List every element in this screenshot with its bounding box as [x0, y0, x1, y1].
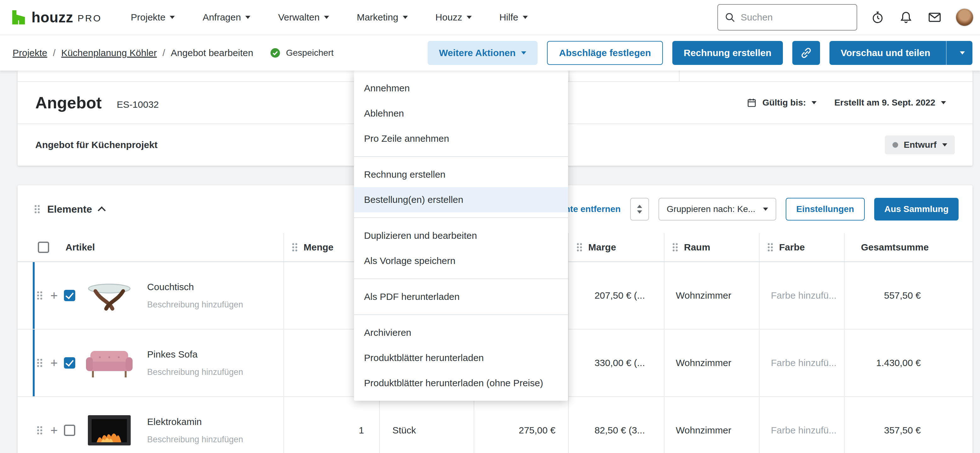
group-by-select[interactable]: Gruppieren nach: Ke...	[659, 198, 776, 220]
einheit-cell[interactable]: Stück	[379, 397, 474, 453]
column-header-marge[interactable]: Marge	[568, 233, 664, 262]
raum-cell[interactable]: Wohnzimmer	[664, 330, 759, 396]
nav-hilfe[interactable]: Hilfe	[500, 12, 528, 23]
search-icon	[724, 12, 736, 23]
preview-share-dropdown[interactable]	[952, 51, 972, 54]
menu-divider	[354, 279, 568, 279]
column-header-raum[interactable]: Raum	[664, 233, 759, 262]
saved-status: Gespeichert	[270, 47, 334, 59]
nav-hilfe-label: Hilfe	[500, 12, 518, 23]
row-checkbox[interactable]	[64, 357, 75, 368]
item-name[interactable]: Couchtisch	[147, 282, 243, 292]
raum-cell[interactable]: Wohnzimmer	[664, 397, 759, 453]
more-actions-button[interactable]: Weitere Aktionen	[428, 41, 538, 65]
top-navigation: houzz PRO Projekte Anfragen Verwalten Ma…	[0, 0, 980, 35]
item-name[interactable]: Elektrokamin	[147, 416, 243, 427]
column-header-gesamtsumme[interactable]: Gesamtsumme	[844, 233, 972, 262]
search-input[interactable]	[741, 12, 850, 23]
reorder-stepper[interactable]	[630, 198, 649, 220]
add-description-link[interactable]: Beschreibung hinzufügen	[147, 367, 243, 377]
product-image-couchtisch[interactable]	[84, 279, 134, 313]
create-invoice-button[interactable]: Rechnung erstellen	[672, 41, 783, 65]
raum-cell[interactable]: Wohnzimmer	[664, 262, 759, 329]
add-description-link[interactable]: Beschreibung hinzufügen	[147, 300, 243, 309]
create-invoice-label: Rechnung erstellen	[684, 48, 771, 58]
elements-title: Elemente	[47, 204, 92, 215]
elements-section-toggle[interactable]: Elemente	[34, 204, 105, 215]
created-date-label: Erstellt am 9. Sept. 2022	[834, 98, 935, 108]
menu-item-annehmen[interactable]: Annehmen	[354, 76, 568, 101]
menu-item-pro-zeile-annehmen[interactable]: Pro Zeile annehmen	[354, 126, 568, 151]
menu-item-bestellungen-erstellen[interactable]: Bestellung(en) erstellen	[354, 187, 568, 212]
breadcrumb-projekte[interactable]: Projekte	[13, 48, 47, 58]
menu-divider	[354, 156, 568, 157]
nav-projekte-label: Projekte	[131, 12, 165, 23]
add-row-button[interactable]: +	[50, 357, 57, 369]
menu-item-als-vorlage-speichern[interactable]: Als Vorlage speichern	[354, 248, 568, 273]
farbe-cell[interactable]: Farbe hinzufü...	[759, 262, 844, 329]
nav-projekte[interactable]: Projekte	[131, 12, 175, 23]
user-avatar[interactable]	[955, 8, 974, 27]
drag-handle-icon[interactable]	[37, 291, 43, 300]
menu-item-archivieren[interactable]: Archivieren	[354, 320, 568, 345]
menu-item-ablehnen[interactable]: Ablehnen	[354, 101, 568, 126]
column-divider	[569, 70, 570, 81]
copy-link-button[interactable]	[792, 41, 820, 65]
column-header-farbe[interactable]: Farbe	[759, 233, 844, 262]
chevron-down-icon	[960, 51, 965, 54]
add-row-button[interactable]: +	[50, 289, 57, 302]
preview-share-button[interactable]: Vorschau und teilen	[829, 41, 973, 65]
notifications-button[interactable]	[898, 10, 914, 25]
artikel-cell: + Pinkes Sofa Beschr	[18, 330, 283, 396]
nav-marketing[interactable]: Marketing	[357, 12, 408, 23]
button-divider	[946, 41, 947, 65]
drag-handle-icon	[672, 243, 678, 252]
row-checkbox[interactable]	[64, 290, 75, 301]
main-menu: Projekte Anfragen Verwalten Marketing Ho…	[131, 12, 528, 23]
breadcrumb-projekt-name[interactable]: Küchenplanung Köhler	[61, 48, 157, 58]
row-checkbox[interactable]	[64, 425, 75, 436]
marge-cell: 207,50 € (...	[568, 262, 664, 329]
column-header-artikel[interactable]: Artikel	[18, 233, 283, 262]
chevron-down-icon	[942, 144, 947, 147]
product-image-pinkes-sofa[interactable]	[84, 346, 134, 380]
menu-item-produktblaetter-ohne-preise[interactable]: Produktblätter herunterladen (ohne Preis…	[354, 370, 568, 396]
farbe-cell[interactable]: Farbe hinzufü...	[759, 330, 844, 396]
add-description-link[interactable]: Beschreibung hinzufügen	[147, 435, 243, 445]
settings-button[interactable]: Einstellungen	[786, 198, 865, 220]
houzz-pro-logo[interactable]: houzz PRO	[10, 9, 102, 26]
farbe-cell[interactable]: Farbe hinzufü...	[759, 397, 844, 453]
messages-button[interactable]	[926, 9, 943, 26]
menu-item-rechnung-erstellen[interactable]: Rechnung erstellen	[354, 162, 568, 187]
select-all-checkbox[interactable]	[38, 242, 49, 253]
preis-cell[interactable]: 275,00 €	[474, 397, 568, 453]
search-box[interactable]	[718, 4, 857, 30]
brand-name: houzz	[32, 9, 73, 26]
time-tracker-button[interactable]	[870, 10, 886, 25]
item-name[interactable]: Pinkes Sofa	[147, 349, 243, 360]
column-label-menge: Menge	[304, 242, 334, 253]
menu-item-produktblaetter-herunterladen[interactable]: Produktblätter herunterladen	[354, 345, 568, 370]
gesamtsumme-cell: 357,50 €	[844, 397, 972, 453]
menu-item-als-pdf-herunterladen[interactable]: Als PDF herunterladen	[354, 284, 568, 309]
chevron-down-icon	[637, 211, 642, 214]
drag-handle-icon[interactable]	[37, 359, 43, 367]
menu-item-duplizieren-und-bearbeiten[interactable]: Duplizieren und bearbeiten	[354, 223, 568, 248]
nav-anfragen[interactable]: Anfragen	[202, 12, 250, 23]
drag-handle-icon	[34, 205, 40, 214]
menge-cell[interactable]: 1	[283, 397, 379, 453]
quote-subtitle[interactable]: Angebot für Küchenprojekt	[35, 140, 158, 150]
nav-verwalten[interactable]: Verwalten	[278, 12, 329, 23]
created-date-control[interactable]: Erstellt am 9. Sept. 2022	[834, 98, 946, 108]
from-collection-button[interactable]: Aus Sammlung	[874, 198, 959, 220]
add-row-button[interactable]: +	[50, 424, 57, 437]
valid-until-control[interactable]: Gültig bis:	[747, 98, 816, 108]
nav-houzz[interactable]: Houzz	[436, 12, 472, 23]
envelope-icon	[928, 10, 942, 24]
breadcrumb-current: Angebot bearbeiten	[171, 48, 253, 58]
set-retainers-button[interactable]: Abschläge festlegen	[547, 41, 663, 65]
drag-handle-icon[interactable]	[37, 426, 43, 435]
product-image-elektrokamin[interactable]	[84, 413, 134, 447]
nav-houzz-label: Houzz	[436, 12, 462, 23]
status-badge[interactable]: Entwurf	[885, 136, 955, 154]
